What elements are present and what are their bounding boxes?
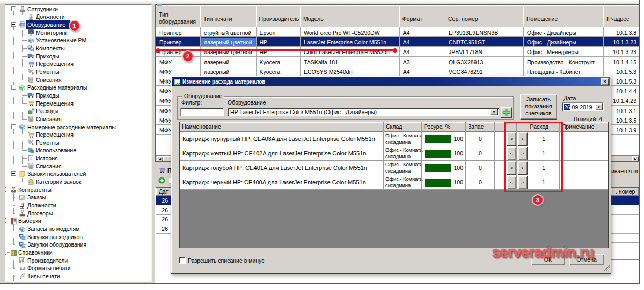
- svg-text:A4: A4: [19, 266, 25, 271]
